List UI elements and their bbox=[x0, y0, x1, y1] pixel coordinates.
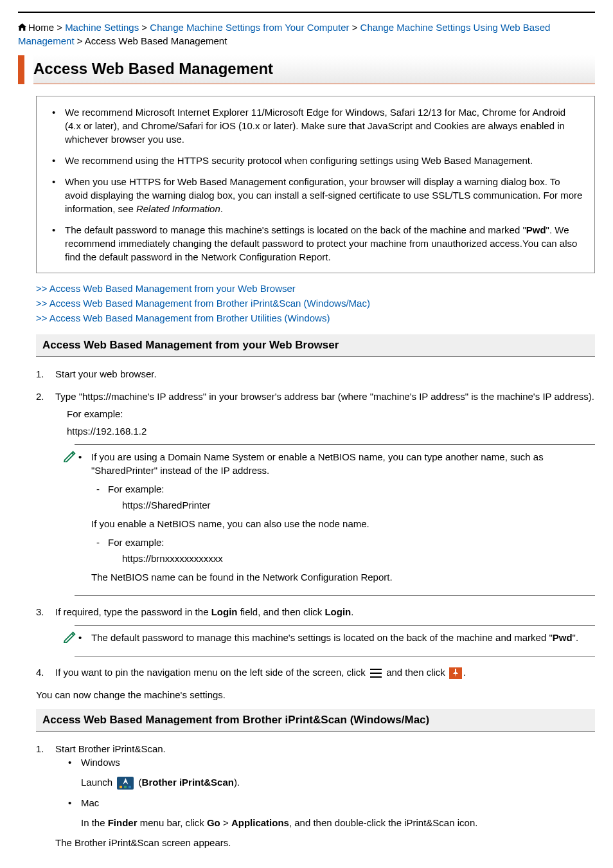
steps-browser: Start your web browser. Type "https://ma… bbox=[36, 367, 595, 679]
step-1: Start Brother iPrint&Scan. Windows Launc… bbox=[36, 742, 595, 849]
rec-item: When you use HTTPS for Web Based Managem… bbox=[48, 175, 583, 215]
jump-links: >> Access Web Based Management from your… bbox=[36, 281, 595, 326]
dash-item: For example: https://SharedPrinter bbox=[91, 482, 595, 512]
subheading-iprintscan: Access Web Based Management from Brother… bbox=[36, 709, 595, 732]
step-2: Type "https://machine's IP address" in y… bbox=[36, 390, 595, 596]
os-mac: Mac In the Finder menu bar, click Go > A… bbox=[68, 796, 595, 829]
sep: > bbox=[75, 35, 85, 46]
step-4: If you want to pin the navigation menu o… bbox=[36, 665, 595, 679]
sep: > bbox=[139, 22, 150, 33]
home-icon bbox=[18, 23, 26, 31]
hamburger-icon bbox=[370, 669, 382, 678]
jump-link-2[interactable]: >> Access Web Based Management from Brot… bbox=[36, 296, 595, 311]
note-default-password: The default password to manage this mach… bbox=[75, 625, 595, 656]
page-title-bar: Access Web Based Management bbox=[18, 55, 595, 84]
breadcrumb-l2[interactable]: Change Machine Settings from Your Comput… bbox=[150, 22, 349, 33]
example-url: https://brnxxxxxxxxxxxx bbox=[108, 552, 595, 565]
rec-item: The default password to manage this mach… bbox=[48, 223, 583, 264]
example-url: https://192.168.1.2 bbox=[67, 424, 595, 438]
os-windows: Windows Launch (Brother iPrint&Scan). bbox=[68, 755, 595, 790]
breadcrumb-home: Home bbox=[28, 22, 54, 33]
top-rule bbox=[18, 12, 595, 13]
recommendation-box: We recommend Microsoft Internet Explorer… bbox=[36, 96, 595, 273]
rec-item: We recommend Microsoft Internet Explorer… bbox=[48, 105, 583, 146]
step-3: If required, type the password in the Lo… bbox=[36, 605, 595, 656]
iprintscan-app-icon bbox=[117, 777, 134, 790]
pin-icon bbox=[449, 667, 462, 679]
example-label: For example: bbox=[67, 407, 595, 420]
jump-link-3[interactable]: >> Access Web Based Management from Brot… bbox=[36, 311, 595, 325]
mac-instruction: In the Finder menu bar, click Go > Appli… bbox=[81, 816, 595, 829]
note-line: The NetBIOS name can be found in the Net… bbox=[91, 570, 595, 584]
subheading-browser: Access Web Based Management from your We… bbox=[36, 334, 595, 357]
breadcrumb-l1[interactable]: Machine Settings bbox=[65, 22, 139, 33]
windows-launch: Launch (Brother iPrint&Scan). bbox=[81, 775, 595, 790]
example-url: https://SharedPrinter bbox=[108, 498, 595, 512]
main-content: We recommend Microsoft Internet Explorer… bbox=[18, 96, 595, 849]
sep: > bbox=[54, 22, 65, 33]
breadcrumb-current: Access Web Based Management bbox=[85, 35, 227, 46]
dash-item: For example: https://brnxxxxxxxxxxxx bbox=[91, 536, 595, 565]
mac-line2: The Brother iPrint&Scan screen appears. bbox=[55, 836, 595, 849]
note-line: If you enable a NetBIOS name, you can al… bbox=[91, 517, 595, 530]
jump-link-1[interactable]: >> Access Web Based Management from your… bbox=[36, 281, 595, 296]
title-accent bbox=[18, 55, 24, 84]
step-1: Start your web browser. bbox=[36, 367, 595, 381]
sep: > bbox=[350, 22, 360, 33]
closing-line: You can now change the machine's setting… bbox=[36, 688, 595, 701]
breadcrumb: Home > Machine Settings > Change Machine… bbox=[18, 21, 595, 48]
steps-iprintscan: Start Brother iPrint&Scan. Windows Launc… bbox=[36, 742, 595, 849]
note-item: If you are using a Domain Name System or… bbox=[75, 450, 595, 584]
note-domain-netbios: If you are using a Domain Name System or… bbox=[75, 444, 595, 596]
rec-item: We recommend using the HTTPS security pr… bbox=[48, 154, 583, 167]
note-item: The default password to manage this mach… bbox=[75, 631, 595, 644]
page-title: Access Web Based Management bbox=[33, 55, 595, 84]
